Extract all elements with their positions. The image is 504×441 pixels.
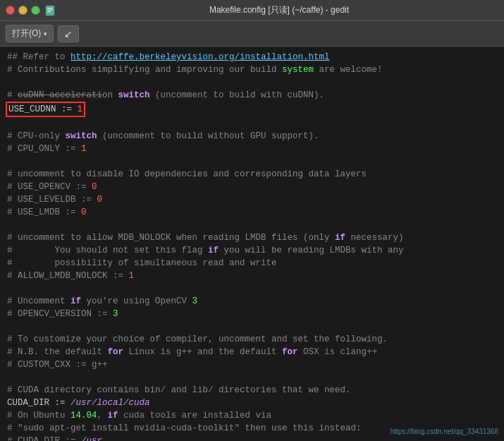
code-line: # Contributions simplifying and improvin… <box>7 64 497 76</box>
code-line: # uncomment to disable IO dependencies a… <box>7 168 497 181</box>
code-line <box>7 155 497 168</box>
watermark: https://blog.csdn.net/qq_33431368 <box>391 428 498 435</box>
minimize-button[interactable] <box>18 6 27 15</box>
code-line: # uncomment to allow MDB_NOLOCK when rea… <box>7 231 497 244</box>
code-line: # N.B. the default for Linux is g++ and … <box>7 346 497 358</box>
svg-rect-2 <box>47 9 53 10</box>
maximize-button[interactable] <box>31 6 40 15</box>
code-line: # USE_LEVELDB := 0 <box>7 193 497 206</box>
save-icon: ↙ <box>64 28 73 40</box>
code-line: # To customize your choice of compiler, … <box>7 333 497 346</box>
open-button[interactable]: 打开(O) ▾ <box>6 25 54 42</box>
code-line: # CUSTOM_CXX := g++ <box>7 358 497 371</box>
svg-rect-1 <box>47 8 53 8</box>
code-line: # CUDA_DIR := /usr <box>7 435 497 441</box>
code-line: # CPU-only switch (uncomment to build wi… <box>7 130 497 143</box>
code-line <box>7 76 497 89</box>
svg-rect-0 <box>46 6 54 16</box>
code-line <box>7 282 497 295</box>
svg-rect-3 <box>47 11 51 12</box>
code-line: CUDA_DIR := /usr/local/cuda <box>7 397 497 409</box>
code-line: # cuDNN acceleration switch (uncomment t… <box>7 89 497 102</box>
save-button[interactable]: ↙ <box>58 25 79 42</box>
code-line: # CUDA directory contains bin/ and lib/ … <box>7 384 497 397</box>
code-line: ## Refer to http://caffe.berkeleyvision.… <box>7 51 497 64</box>
code-line: # You should not set this flag if you wi… <box>7 244 497 257</box>
titlebar: Makefile.config [只读] (~/caffe) - gedit <box>0 0 504 21</box>
code-line-use-cudnn: USE_CUDNN := 1 <box>7 102 497 117</box>
dropdown-arrow-icon: ▾ <box>44 30 47 37</box>
editor-area: ## Refer to http://caffe.berkeleyvision.… <box>0 47 504 441</box>
code-line: # Uncomment if you're using OpenCV 3 <box>7 295 497 308</box>
code-line <box>7 219 497 231</box>
code-line <box>7 371 497 384</box>
code-line: # On Ubuntu 14.04, if cuda tools are ins… <box>7 409 497 422</box>
code-line: # OPENCV_VERSION := 3 <box>7 308 497 320</box>
window-title: Makefile.config [只读] (~/caffe) - gedit <box>60 4 498 16</box>
code-line: # CPU_ONLY := 1 <box>7 143 497 155</box>
open-label: 打开(O) <box>12 28 41 40</box>
code-line <box>7 320 497 333</box>
code-line: # possibility of simultaneous read and w… <box>7 257 497 270</box>
code-line: # ALLOW_LMDB_NOLOCK := 1 <box>7 270 497 282</box>
app-icon <box>44 5 56 16</box>
code-line <box>7 117 497 130</box>
code-line: # USE_LMDB := 0 <box>7 206 497 219</box>
code-line: # USE_OPENCV := 0 <box>7 181 497 193</box>
window-controls <box>6 6 40 15</box>
toolbar: 打开(O) ▾ ↙ <box>0 21 504 47</box>
close-button[interactable] <box>6 6 15 15</box>
